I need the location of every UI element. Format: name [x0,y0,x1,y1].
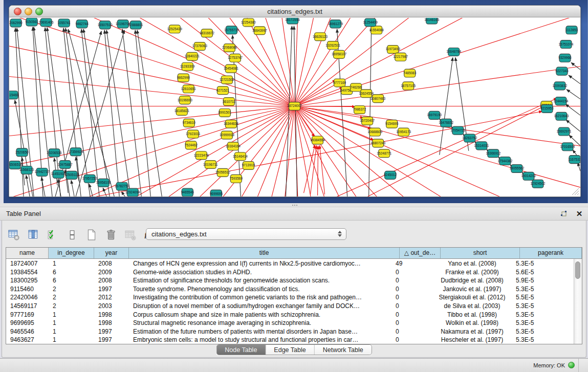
select-all-icon[interactable] [46,228,59,242]
graph-node[interactable]: 12924094 [125,188,140,196]
column-header-pagerank[interactable]: pagerank [520,248,582,258]
graph-node[interactable]: 12217987 [393,53,408,61]
graph-node[interactable]: 9115460 [9,91,19,99]
graph-node[interactable]: 15248771 [377,149,391,158]
graph-node[interactable]: 9862990 [177,74,190,82]
row-cells-icon[interactable] [66,228,79,242]
new-document-icon[interactable] [85,228,98,242]
graph-node[interactable]: 8215953 [540,105,554,113]
graph-node[interactable]: 11451914 [51,170,66,178]
column-header-year[interactable]: year [94,248,129,258]
graph-node[interactable]: 17016504 [560,143,575,151]
graph-node[interactable]: 16958107 [332,50,346,58]
column-header-title[interactable]: title [129,248,400,258]
graph-node[interactable]: 12223478 [194,151,209,160]
table-row[interactable]: 1872400712008Changes of HCN gene express… [6,259,574,268]
graph-node[interactable]: 9150561 [25,18,38,26]
graph-node[interactable]: 15314031 [474,142,489,150]
graph-node[interactable]: 15720407 [360,117,375,125]
graph-node[interactable]: 16979190 [427,111,442,119]
graph-node[interactable]: 9329966 [558,54,572,62]
graph-node[interactable]: 17544382 [497,157,512,165]
trash-icon[interactable] [104,228,118,242]
graph-node[interactable]: 18263752 [462,134,477,142]
graph-node[interactable]: 7986372 [353,106,366,114]
column-header-in_degree[interactable]: in_degree [49,248,94,258]
table-row[interactable]: 969969511998Structural magnetic resonanc… [6,319,574,327]
scrollbar-thumb[interactable] [575,261,580,279]
graph-node[interactable]: 16958108 [96,179,111,187]
split-divider[interactable] [0,203,588,207]
graph-node[interactable]: 12505113 [64,171,79,179]
graph-node[interactable]: 11973493 [385,46,400,54]
graph-node[interactable]: 10975887 [58,161,73,169]
graph-node[interactable]: 9734610 [183,119,196,127]
graph-node[interactable]: 9462744 [75,20,89,28]
graph-node[interactable]: 1055741 [57,19,71,27]
graph-node[interactable]: 15056512 [215,168,230,177]
graph-node[interactable]: 7593560 [230,174,243,183]
table-row[interactable]: 1830029562008Estimation of significance … [6,276,574,285]
graph-node[interactable]: 10807483 [371,95,385,103]
graph-node[interactable]: 8991501 [219,108,232,117]
graph-node[interactable]: 18807243 [371,139,385,147]
graph-node[interactable]: 19014202 [521,172,536,180]
graph-node[interactable]: 11283309 [180,62,195,71]
graph-node[interactable]: 18185821 [175,107,189,116]
graph-node[interactable]: 16961279 [328,20,343,28]
graph-node[interactable]: 16507510 [98,21,113,29]
graph-node[interactable]: 20691406 [39,18,54,27]
graph-node[interactable]: 11568123 [19,166,34,174]
graph-node[interactable]: 12525439 [167,25,182,33]
graph-node[interactable]: 9154695 [385,120,399,128]
graph-node[interactable]: 12840221 [185,52,200,60]
table-row[interactable]: 1938455462009Genome-wide association stu… [6,268,574,277]
graph-node[interactable]: 7485083 [403,69,417,77]
graph-node[interactable]: 12924502 [530,180,545,188]
graph-node[interactable]: 15146414 [233,152,248,161]
float-panel-icon[interactable] [559,209,569,218]
graph-node[interactable]: 17923011 [186,130,201,138]
graph-node[interactable]: 10954173 [396,128,411,136]
graph-node[interactable]: 2520650 [15,148,29,157]
graph-node[interactable]: 10196693 [178,96,192,104]
table-row[interactable]: 946554611997Estimation of the future num… [6,327,574,336]
graph-node[interactable]: 12254380 [241,18,256,27]
table-settings-icon[interactable] [7,228,20,242]
graph-node[interactable]: 1167533 [569,156,580,164]
graph-node[interactable]: 9245012 [384,171,397,179]
graph-node[interactable]: 18724007 [287,102,302,111]
graph-node[interactable]: 3610711 [223,98,235,106]
graph-node[interactable]: 16648784 [446,48,461,56]
graph-node[interactable]: 16210643 [554,112,569,120]
graph-node[interactable]: 9227343 [555,67,569,75]
graph-node[interactable]: 9713919 [242,162,255,170]
table-selector-dropdown[interactable]: citations_edges.txt [146,228,346,240]
graph-node[interactable]: 15755719 [224,26,239,34]
column-visibility-icon[interactable] [27,228,40,242]
network-canvas[interactable]: 1872400712525439183166721737606312840221… [9,18,580,196]
graph-node[interactable]: 4271521 [216,86,230,95]
column-header-out_degree[interactable]: △ out_de… [400,248,441,258]
graph-node[interactable]: 16626123 [313,33,328,41]
graph-node[interactable]: 18055562 [509,165,524,173]
graph-node[interactable]: 12753747 [228,54,243,62]
tab-node-table[interactable]: Node Table [216,345,266,355]
graph-node[interactable]: 12721502 [220,76,234,84]
graph-node[interactable]: 10999918 [220,131,234,139]
graph-node[interactable]: 16643997 [252,27,267,35]
graph-node[interactable]: 18172556 [285,18,300,24]
graph-node[interactable]: 18757105 [401,82,416,90]
column-header-short[interactable]: short [441,248,520,258]
table-row[interactable]: 911546021997Tourette syndrome. Phenomeno… [6,285,574,294]
table-row[interactable]: 1456911722003Disruption of a novel membe… [6,302,574,311]
graph-node[interactable]: 9465546 [181,188,194,196]
vertical-scrollbar[interactable] [574,259,582,344]
graph-node[interactable]: 15692971 [557,127,572,136]
graph-node[interactable]: 15454081 [224,64,238,73]
table-row[interactable]: 2242004622012Investigating the contribut… [6,293,574,302]
graph-node[interactable]: 7524462 [185,141,198,149]
column-header-name[interactable]: name [6,248,49,258]
graph-node[interactable]: 746266 [351,83,362,92]
table-row[interactable]: 977716911998Corpus callosum shape and si… [6,311,574,319]
